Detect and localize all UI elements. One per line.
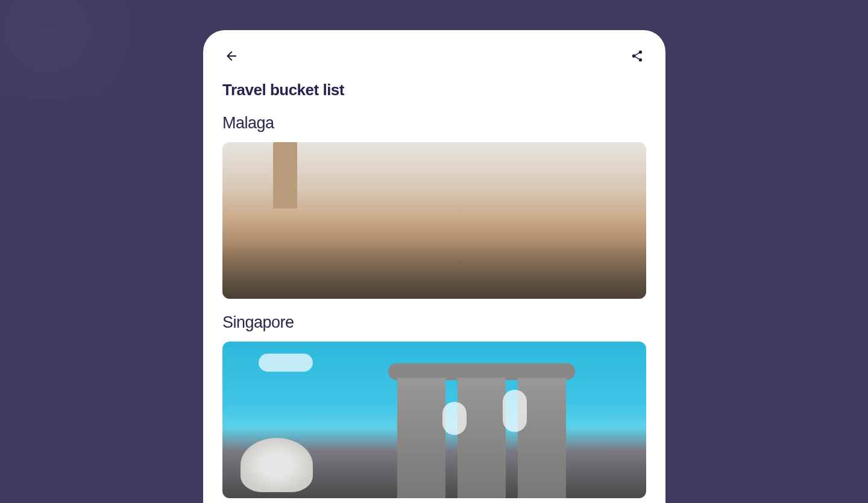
arrow-left-icon: [224, 49, 239, 63]
decorative-background-blob: [0, 0, 157, 99]
bucket-list-card: Travel bucket list Malaga Singapore: [203, 30, 665, 503]
cloud-decoration: [503, 390, 527, 432]
cloud-decoration: [442, 402, 467, 435]
cloud-decoration: [259, 354, 313, 372]
list-item: Singapore: [222, 313, 646, 498]
item-image-malaga[interactable]: [222, 142, 646, 299]
bucket-list-content: Malaga Singapore: [203, 114, 665, 498]
share-button[interactable]: [628, 47, 646, 65]
building-tower-decoration: [458, 378, 506, 498]
list-item: Malaga: [222, 114, 646, 299]
item-title: Malaga: [222, 114, 646, 133]
page-title: Travel bucket list: [203, 73, 665, 114]
building-tower-decoration: [397, 378, 445, 498]
lotus-building-decoration: [241, 438, 313, 492]
card-header: [203, 30, 665, 73]
item-image-singapore[interactable]: [222, 342, 646, 498]
back-button[interactable]: [222, 47, 241, 65]
share-icon: [631, 49, 644, 63]
item-title: Singapore: [222, 313, 646, 332]
